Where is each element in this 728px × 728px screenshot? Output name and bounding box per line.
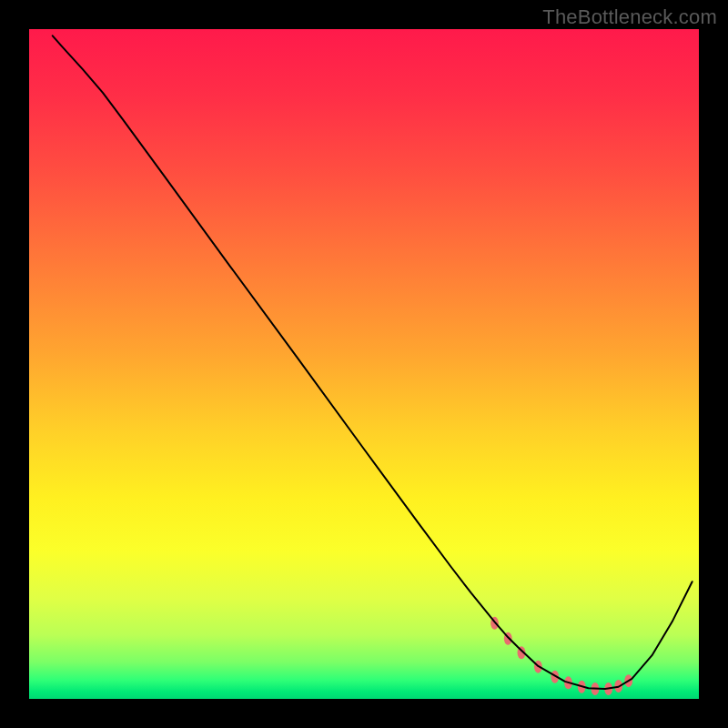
bottleneck-chart [0, 0, 728, 728]
chart-frame: TheBottleneck.com [0, 0, 728, 728]
watermark-text: TheBottleneck.com [542, 5, 717, 29]
